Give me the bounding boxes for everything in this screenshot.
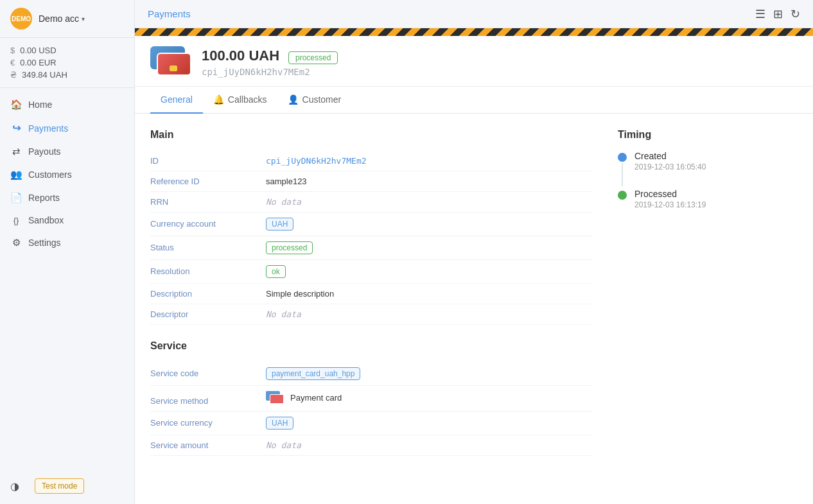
field-id: ID cpi_jUyDN6kH2hv7MEm2: [150, 151, 592, 171]
detail-left: Main ID cpi_jUyDN6kH2hv7MEm2 Reference I…: [150, 129, 592, 456]
grid-icon[interactable]: ⊞: [773, 7, 783, 21]
detail-right: Timing Created 2019-12-03 16:05:40: [618, 129, 798, 456]
field-descriptor-value: No data: [266, 309, 301, 319]
sidebar-item-reports[interactable]: 📄 Reports: [0, 186, 134, 209]
toggle-icon[interactable]: ◑: [10, 480, 19, 492]
payment-id: cpi_jUyDN6kH2hv7MEm2: [202, 67, 338, 77]
tab-general[interactable]: General: [150, 87, 203, 114]
test-mode-badge: Test mode: [35, 478, 84, 494]
sidebar-item-sandbox[interactable]: {} Sandbox: [0, 209, 134, 231]
hryvnia-icon: ₴: [10, 70, 17, 80]
refresh-icon[interactable]: ↻: [791, 7, 800, 21]
field-service-amount: Service amount No data: [150, 435, 592, 456]
timing-item-processed: Processed 2019-12-03 16:13:19: [618, 189, 798, 209]
service-section: Service Service code payment_card_uah_hp…: [150, 340, 592, 456]
payment-info: 100.00 UAH processed cpi_jUyDN6kH2hv7MEm…: [202, 48, 338, 77]
payments-icon: ↪: [10, 122, 22, 134]
sidebar-item-home[interactable]: 🏠 Home: [0, 93, 134, 116]
sidebar-nav: 🏠 Home ↪ Payments ⇄ Payouts 👥 Customers …: [0, 88, 134, 468]
test-mode-row: ◑ Test mode: [0, 468, 134, 504]
detail-columns: Main ID cpi_jUyDN6kH2hv7MEm2 Reference I…: [150, 129, 798, 456]
timing-info-processed: Processed 2019-12-03 16:13:19: [634, 189, 706, 209]
sidebar-item-payouts[interactable]: ⇄ Payouts: [0, 140, 134, 163]
mini-card-red-icon: [270, 394, 284, 404]
field-currency-account: Currency account UAH: [150, 213, 592, 236]
balance-usd: $ 0.00 USD: [10, 44, 124, 56]
timing-item-created: Created 2019-12-03 16:05:40: [618, 151, 798, 186]
field-service-method-value: Payment card: [266, 391, 342, 404]
payment-amount: 100.00 UAH: [202, 48, 279, 64]
tabs: General 🔔 Callbacks 👤 Customer: [135, 87, 813, 114]
settings-icon: ⚙: [10, 237, 22, 248]
sandbox-icon: {}: [10, 216, 22, 225]
bell-icon: 🔔: [213, 94, 224, 105]
field-description: Description Simple description: [150, 284, 592, 304]
main-section-title: Main: [150, 129, 592, 141]
timing-dot-created: [618, 153, 627, 162]
sidebar-header: DEMO Demo acc ▾: [0, 0, 134, 38]
field-service-amount-value: No data: [266, 440, 301, 450]
field-service-method: Service method Payment card: [150, 386, 592, 412]
field-status-badge: processed: [266, 241, 313, 254]
payment-status-badge: processed: [288, 51, 338, 64]
field-service-currency: Service currency UAH: [150, 412, 592, 435]
tab-callbacks[interactable]: 🔔 Callbacks: [203, 87, 277, 114]
balance-eur: € 0.00 EUR: [10, 56, 124, 69]
card-front: [157, 53, 191, 76]
sidebar: DEMO Demo acc ▾ $ 0.00 USD € 0.00 EUR ₴ …: [0, 0, 135, 504]
field-rrn-value: No data: [266, 197, 301, 207]
field-currency-badge: UAH: [266, 218, 293, 230]
reports-icon: 📄: [10, 192, 22, 204]
field-resolution: Resolution ok: [150, 260, 592, 284]
payment-card-icon: [150, 46, 191, 78]
timing-section-title: Timing: [618, 129, 798, 141]
user-icon: 👤: [288, 94, 299, 105]
payouts-icon: ⇄: [10, 146, 22, 157]
detail-content: Main ID cpi_jUyDN6kH2hv7MEm2 Reference I…: [135, 114, 813, 471]
document-icon[interactable]: ☰: [755, 7, 765, 21]
balance-list: $ 0.00 USD € 0.00 EUR ₴ 349.84 UAH: [0, 38, 134, 88]
field-resolution-badge: ok: [266, 265, 286, 278]
field-id-value[interactable]: cpi_jUyDN6kH2hv7MEm2: [266, 156, 367, 166]
card-chip: [170, 65, 177, 71]
account-selector[interactable]: Demo acc ▾: [39, 13, 85, 24]
sidebar-item-settings[interactable]: ⚙ Settings: [0, 231, 134, 254]
timing-dot-processed: [618, 191, 627, 200]
timing-list: Created 2019-12-03 16:05:40 Processed 20…: [618, 151, 798, 209]
topbar-actions: ☰ ⊞ ↻: [755, 7, 800, 21]
tab-customer[interactable]: 👤 Customer: [277, 87, 352, 114]
field-reference-value: sample123: [266, 177, 307, 186]
field-descriptor: Descriptor No data: [150, 304, 592, 325]
main-area: Payments ☰ ⊞ ↻ 100.00 UAH processed cpi: [135, 0, 813, 504]
warning-stripe: [135, 28, 813, 36]
field-description-value: Simple description: [266, 289, 334, 299]
customers-icon: 👥: [10, 169, 22, 180]
content-area: 100.00 UAH processed cpi_jUyDN6kH2hv7MEm…: [135, 36, 813, 504]
service-section-title: Service: [150, 340, 592, 352]
payment-amount-row: 100.00 UAH processed: [202, 48, 338, 64]
balance-uah: ₴ 349.84 UAH: [10, 69, 124, 81]
field-rrn: RRN No data: [150, 192, 592, 213]
page-title: Payments: [148, 8, 191, 19]
sidebar-item-customers[interactable]: 👥 Customers: [0, 163, 134, 186]
timing-info-created: Created 2019-12-03 16:05:40: [634, 151, 706, 171]
euro-icon: €: [10, 58, 15, 67]
home-icon: 🏠: [10, 99, 22, 110]
field-reference-id: Reference ID sample123: [150, 171, 592, 192]
sidebar-item-payments[interactable]: ↪ Payments: [0, 116, 134, 140]
topbar: Payments ☰ ⊞ ↻: [135, 0, 813, 28]
dollar-icon: $: [10, 46, 15, 55]
field-service-currency-badge: UAH: [266, 417, 293, 430]
chevron-down-icon: ▾: [82, 15, 85, 22]
demo-logo: DEMO: [10, 8, 32, 30]
payment-header: 100.00 UAH processed cpi_jUyDN6kH2hv7MEm…: [135, 36, 813, 87]
field-status: Status processed: [150, 236, 592, 260]
field-service-code: Service code payment_card_uah_hpp: [150, 362, 592, 386]
field-service-code-badge: payment_card_uah_hpp: [266, 367, 360, 380]
